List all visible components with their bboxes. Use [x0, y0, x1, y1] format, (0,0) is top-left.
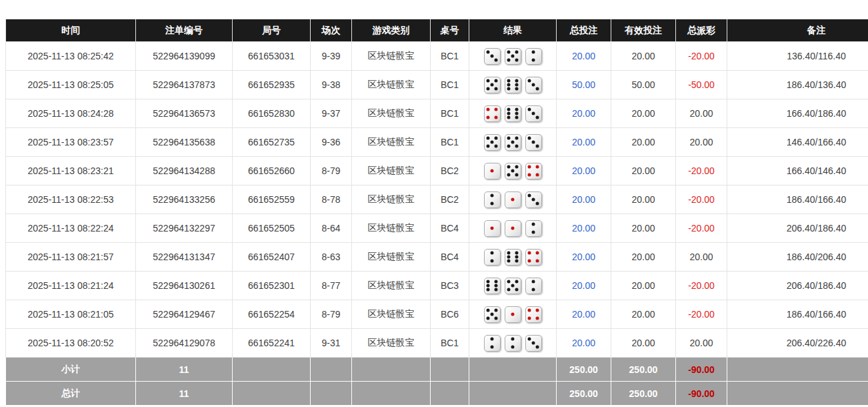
cell-total-bet: 20.00 — [557, 185, 611, 214]
cell-result — [469, 214, 557, 243]
summary-empty-result — [469, 382, 557, 406]
dice-result — [484, 335, 542, 352]
cell-session: 9-36 — [311, 128, 352, 157]
cell-remark: 166.40/146.40 — [727, 157, 868, 185]
cell-bet-no: 522964139099 — [136, 42, 233, 71]
cell-total-bet: 20.00 — [557, 243, 611, 272]
cell-game: 区块链骰宝 — [352, 272, 431, 300]
cell-remark: 206.40/186.40 — [727, 214, 868, 243]
cell-session: 9-31 — [311, 329, 352, 358]
cell-valid-bet: 20.00 — [611, 185, 676, 214]
die-icon-2 — [484, 191, 501, 208]
die-icon-1 — [484, 163, 501, 179]
cell-game: 区块链骰宝 — [352, 42, 431, 71]
cell-session: 8-63 — [311, 243, 352, 272]
cell-valid-bet: 20.00 — [611, 99, 676, 128]
cell-round-no: 661652241 — [233, 329, 311, 358]
cell-remark: 136.40/116.40 — [727, 42, 868, 71]
cell-result — [469, 300, 557, 329]
cell-valid-bet: 20.00 — [611, 272, 676, 300]
summary-empty-game — [352, 382, 431, 406]
die-icon-3 — [484, 48, 501, 65]
die-icon-5 — [484, 77, 501, 93]
summary-empty-table-no — [431, 358, 469, 382]
column-header-valid_bet: 有效投注 — [611, 19, 676, 42]
cell-result — [469, 157, 557, 185]
cell-game: 区块链骰宝 — [352, 214, 431, 243]
summary-empty-remark — [727, 358, 868, 382]
cell-total-bet: 20.00 — [557, 128, 611, 157]
die-icon-6 — [484, 278, 501, 294]
summary-empty-game — [352, 358, 431, 382]
cell-total-bet: 20.00 — [557, 214, 611, 243]
cell-round-no: 661652559 — [233, 185, 311, 214]
cell-round-no: 661652660 — [233, 157, 311, 185]
cell-round-no: 661652935 — [233, 71, 311, 99]
cell-total-bet: 20.00 — [557, 329, 611, 358]
cell-table-no: BC1 — [431, 71, 469, 99]
cell-table-no: BC1 — [431, 128, 469, 157]
cell-session: 8-77 — [311, 272, 352, 300]
summary-empty-table-no — [431, 382, 469, 406]
column-header-remark: 备注 — [727, 19, 868, 42]
cell-total-bet: 20.00 — [557, 42, 611, 71]
cell-valid-bet: 20.00 — [611, 329, 676, 358]
summary-payout: -90.00 — [676, 358, 727, 382]
summary-total-bet: 250.00 — [557, 358, 611, 382]
cell-game: 区块链骰宝 — [352, 99, 431, 128]
dice-result — [484, 306, 542, 323]
die-icon-5 — [505, 278, 521, 294]
cell-remark: 166.40/186.40 — [727, 99, 868, 128]
summary-empty-round-no — [233, 358, 311, 382]
dice-result — [484, 77, 542, 93]
cell-remark: 186.40/166.40 — [727, 300, 868, 329]
die-icon-3 — [525, 134, 542, 151]
cell-result — [469, 99, 557, 128]
die-icon-2 — [525, 48, 542, 65]
cell-table-no: BC6 — [431, 300, 469, 329]
column-header-time: 时间 — [6, 19, 136, 42]
bet-records-table: 时间注单编号局号场次游戏类别桌号结果总投注有效投注总派彩备注 2025-11-1… — [5, 19, 868, 406]
cell-payout: -20.00 — [676, 185, 727, 214]
cell-table-no: BC2 — [431, 157, 469, 185]
cell-time: 2025-11-13 08:20:52 — [6, 329, 136, 358]
cell-total-bet: 20.00 — [557, 157, 611, 185]
cell-round-no: 661652505 — [233, 214, 311, 243]
cell-bet-no: 522964130261 — [136, 272, 233, 300]
bet-records-panel: 时间注单编号局号场次游戏类别桌号结果总投注有效投注总派彩备注 2025-11-1… — [5, 19, 868, 406]
cell-game: 区块链骰宝 — [352, 185, 431, 214]
cell-bet-no: 522964134288 — [136, 157, 233, 185]
cell-payout: -20.00 — [676, 214, 727, 243]
summary-total-bet: 250.00 — [557, 382, 611, 406]
summary-empty-session — [311, 382, 352, 406]
cell-game: 区块链骰宝 — [352, 157, 431, 185]
cell-remark: 206.40/226.40 — [727, 329, 868, 358]
die-icon-2 — [484, 335, 501, 352]
table-row: 2025-11-13 08:23:21522964134288661652660… — [6, 157, 868, 185]
die-icon-1 — [484, 220, 501, 237]
cell-total-bet: 20.00 — [557, 99, 611, 128]
cell-time: 2025-11-13 08:23:57 — [6, 128, 136, 157]
summary-count: 11 — [136, 358, 233, 382]
table-row: 2025-11-13 08:22:53522964133256661652559… — [6, 185, 868, 214]
cell-round-no: 661652830 — [233, 99, 311, 128]
cell-game: 区块链骰宝 — [352, 243, 431, 272]
dice-result — [484, 48, 542, 65]
cell-result — [469, 185, 557, 214]
table-row: 2025-11-13 08:25:05522964137873661652935… — [6, 71, 868, 99]
summary-empty-result — [469, 358, 557, 382]
column-header-table_no: 桌号 — [431, 19, 469, 42]
cell-table-no: BC4 — [431, 214, 469, 243]
cell-payout: 20.00 — [676, 329, 727, 358]
die-icon-5 — [484, 306, 501, 323]
die-icon-1 — [505, 220, 521, 237]
dice-result — [484, 191, 542, 208]
die-icon-4 — [484, 105, 501, 122]
column-header-round_no: 局号 — [233, 19, 311, 42]
cell-game: 区块链骰宝 — [352, 71, 431, 99]
cell-table-no: BC4 — [431, 243, 469, 272]
die-icon-4 — [525, 249, 542, 266]
summary-empty-round-no — [233, 382, 311, 406]
cell-table-no: BC1 — [431, 329, 469, 358]
cell-table-no: BC3 — [431, 272, 469, 300]
